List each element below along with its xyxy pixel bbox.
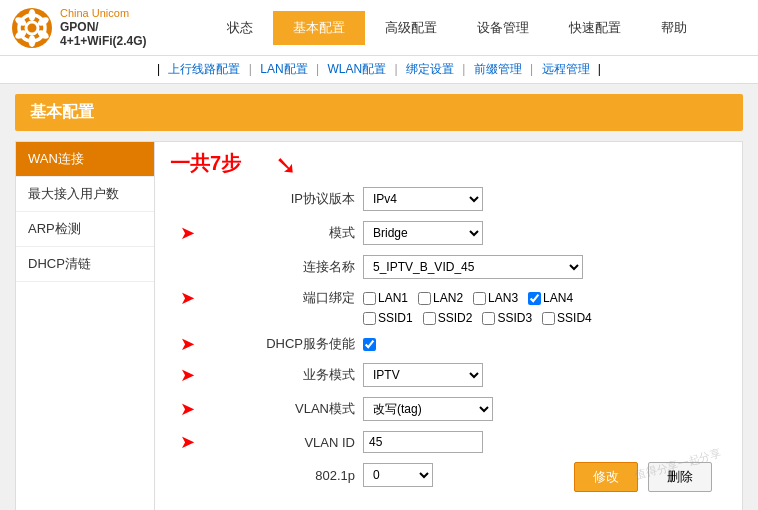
ip-protocol-label: IP协议版本 [255, 190, 355, 208]
nav-tab-advanced-config[interactable]: 高级配置 [365, 11, 457, 45]
checkbox-ssid3[interactable]: SSID3 [482, 311, 532, 325]
ssid3-checkbox[interactable] [482, 312, 495, 325]
checkbox-lan1[interactable]: LAN1 [363, 291, 408, 305]
port-binding-row: ➤ 端口绑定 LAN1 LAN2 LAN3 LAN4 SSID1 SSID2 S… [175, 289, 722, 325]
vlan-mode-row: ➤ VLAN模式 改写(tag) 透传 不处理 [175, 397, 722, 421]
dot1p-select[interactable]: 0123 4567 [363, 463, 433, 487]
nav-tab-device-mgmt[interactable]: 设备管理 [457, 11, 549, 45]
vlan-id-input[interactable] [363, 431, 483, 453]
logo-icon [10, 6, 54, 50]
sub-nav-uplink[interactable]: 上行线路配置 [168, 62, 240, 76]
main-nav: 状态 基本配置 高级配置 设备管理 快速配置 帮助 [167, 11, 748, 45]
dot1p-label: 802.1p [255, 468, 355, 483]
sub-nav-lan[interactable]: LAN配置 [260, 62, 307, 76]
nav-tab-quick-config[interactable]: 快速配置 [549, 11, 641, 45]
vlan-id-row: ➤ VLAN ID [175, 431, 722, 453]
sub-nav-remote[interactable]: 远程管理 [542, 62, 590, 76]
sub-nav-binding[interactable]: 绑定设置 [406, 62, 454, 76]
ip-protocol-row: IP协议版本 IPv4 IPv6 IPv4/IPv6 [175, 187, 722, 211]
arrow-vlan-id: ➤ [180, 431, 195, 453]
sidebar-item-max-users[interactable]: 最大接入用户数 [16, 177, 154, 212]
checkbox-ssid1[interactable]: SSID1 [363, 311, 413, 325]
ssid1-checkbox[interactable] [363, 312, 376, 325]
nav-tab-help[interactable]: 帮助 [641, 11, 707, 45]
vlan-id-label: VLAN ID [255, 435, 355, 450]
modify-button[interactable]: 修改 [574, 462, 638, 492]
sidebar-item-arp[interactable]: ARP检测 [16, 212, 154, 247]
page-title: 基本配置 [15, 94, 743, 131]
service-mode-row: ➤ 业务模式 IPTV Internet VoIP [175, 363, 722, 387]
ssid-binding-checkboxes: SSID1 SSID2 SSID3 SSID4 [363, 311, 598, 325]
dhcp-enable-row: ➤ DHCP服务使能 [175, 335, 722, 353]
step-annotation: 一共7步 [170, 150, 241, 177]
dhcp-enable-label: DHCP服务使能 [255, 335, 355, 353]
port-binding-label: 端口绑定 [255, 289, 355, 307]
vlan-mode-label: VLAN模式 [255, 400, 355, 418]
mode-select[interactable]: Bridge Router PPPoE [363, 221, 483, 245]
form-buttons: 修改 删除 [554, 452, 732, 502]
checkbox-lan2[interactable]: LAN2 [418, 291, 463, 305]
lan1-checkbox[interactable] [363, 292, 376, 305]
ip-protocol-select[interactable]: IPv4 IPv6 IPv4/IPv6 [363, 187, 483, 211]
header: China Unicom GPON/ 4+1+WiFi(2.4G) 状态 基本配… [0, 0, 758, 56]
nav-tab-status[interactable]: 状态 [207, 11, 273, 45]
nav-tab-basic-config[interactable]: 基本配置 [273, 11, 365, 45]
sub-nav: | 上行线路配置 | LAN配置 | WLAN配置 | 绑定设置 | 前缀管理 … [0, 56, 758, 84]
form-area: 一共7步 ➘ IP协议版本 IPv4 IPv6 IPv4/IPv6 ➤ 模式 B… [155, 141, 743, 510]
lan2-checkbox[interactable] [418, 292, 431, 305]
sidebar: WAN连接 最大接入用户数 ARP检测 DHCP清链 [15, 141, 155, 510]
arrow-dhcp: ➤ [180, 333, 195, 355]
ssid4-checkbox[interactable] [542, 312, 555, 325]
service-mode-select[interactable]: IPTV Internet VoIP [363, 363, 483, 387]
arrow-icon: ➘ [275, 150, 297, 181]
lan4-checkbox[interactable] [528, 292, 541, 305]
delete-button[interactable]: 删除 [648, 462, 712, 492]
dhcp-enable-checkbox[interactable] [363, 338, 376, 351]
arrow-service: ➤ [180, 364, 195, 386]
connection-name-row: 连接名称 5_IPTV_B_VID_45 [175, 255, 722, 279]
arrow-binding: ➤ [180, 287, 195, 309]
main-content: WAN连接 最大接入用户数 ARP检测 DHCP清链 一共7步 ➘ IP协议版本… [15, 141, 743, 510]
port-binding-checkboxes: LAN1 LAN2 LAN3 LAN4 [363, 291, 579, 305]
arrow-vlan-mode: ➤ [180, 398, 195, 420]
arrow-mode: ➤ [180, 222, 195, 244]
lan3-checkbox[interactable] [473, 292, 486, 305]
logo-area: China Unicom GPON/ 4+1+WiFi(2.4G) [10, 6, 147, 50]
sidebar-item-dhcp-clear[interactable]: DHCP清链 [16, 247, 154, 282]
mode-row: ➤ 模式 Bridge Router PPPoE [175, 221, 722, 245]
mode-label: 模式 [255, 224, 355, 242]
sub-nav-prefix[interactable]: 前缀管理 [474, 62, 522, 76]
checkbox-ssid4[interactable]: SSID4 [542, 311, 592, 325]
ssid2-checkbox[interactable] [423, 312, 436, 325]
sub-nav-wlan[interactable]: WLAN配置 [327, 62, 386, 76]
logo-text: China Unicom GPON/ 4+1+WiFi(2.4G) [60, 7, 147, 49]
service-mode-label: 业务模式 [255, 366, 355, 384]
brand-name: China Unicom [60, 7, 147, 20]
svg-point-6 [29, 35, 36, 47]
checkbox-lan4[interactable]: LAN4 [528, 291, 573, 305]
vlan-mode-select[interactable]: 改写(tag) 透传 不处理 [363, 397, 493, 421]
connection-name-label: 连接名称 [255, 258, 355, 276]
checkbox-lan3[interactable]: LAN3 [473, 291, 518, 305]
device-info: GPON/ 4+1+WiFi(2.4G) [60, 20, 147, 49]
connection-name-select[interactable]: 5_IPTV_B_VID_45 [363, 255, 583, 279]
checkbox-ssid2[interactable]: SSID2 [423, 311, 473, 325]
svg-point-3 [29, 9, 36, 21]
sidebar-item-wan[interactable]: WAN连接 [16, 142, 154, 177]
